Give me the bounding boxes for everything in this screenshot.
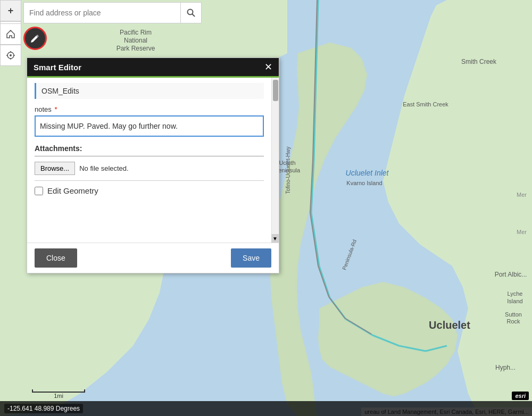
svg-text:East Smith Creek: East Smith Creek: [403, 101, 448, 107]
svg-point-44: [10, 54, 12, 56]
side-nav: [0, 23, 21, 66]
notes-field: notes *: [35, 105, 264, 137]
divider: [35, 180, 264, 181]
svg-text:Ucluelet: Ucluelet: [429, 319, 470, 331]
svg-text:Island: Island: [507, 298, 522, 304]
svg-text:Mer: Mer: [517, 192, 527, 198]
editor-body: OSM_Edits notes * Attachments: Browse...…: [27, 78, 279, 243]
locate-button[interactable]: [0, 45, 21, 66]
scale-label: 1mi: [54, 393, 63, 399]
edit-geometry-checkbox[interactable]: [35, 187, 43, 195]
svg-text:Kvarno Island: Kvarno Island: [346, 180, 382, 186]
editor-content: OSM_Edits notes * Attachments: Browse...…: [27, 78, 271, 243]
svg-text:Hyph...: Hyph...: [495, 364, 516, 371]
svg-text:Ucluth: Ucluth: [279, 160, 295, 166]
required-indicator: *: [54, 105, 57, 113]
smart-editor-panel: Smart Editor ✕ OSM_Edits notes * Attachm…: [27, 57, 279, 273]
svg-text:Rock: Rock: [506, 318, 520, 325]
svg-text:Pacific Rim: Pacific Rim: [120, 29, 152, 36]
coordinates: -125.641 48.989 Degrees: [4, 404, 83, 413]
attachments-title: Attachments:: [35, 144, 264, 156]
svg-text:Smith Creek: Smith Creek: [461, 58, 497, 65]
editor-header: Smart Editor ✕: [27, 58, 279, 78]
search-button[interactable]: [180, 2, 202, 23]
svg-text:Lyche: Lyche: [508, 290, 523, 297]
zoom-in-button[interactable]: +: [0, 0, 21, 21]
svg-text:Sutton: Sutton: [505, 311, 522, 318]
svg-line-42: [193, 14, 195, 16]
esri-logo: esri: [512, 392, 529, 400]
notes-input[interactable]: [35, 115, 264, 137]
editor-footer: Close Save: [27, 243, 279, 273]
notes-label: notes *: [35, 105, 264, 113]
editor-scrollbar[interactable]: ▼: [271, 78, 279, 243]
editor-close-button[interactable]: ✕: [264, 62, 272, 72]
edit-pencil-button[interactable]: [23, 27, 47, 50]
svg-text:Mer: Mer: [517, 229, 527, 235]
editor-title: Smart Editor: [34, 63, 81, 72]
svg-text:Port Albic...: Port Albic...: [495, 271, 527, 278]
svg-text:Park Reserve: Park Reserve: [117, 45, 155, 52]
edit-geometry-row: Edit Geometry: [35, 186, 264, 195]
file-row: Browse... No file selected.: [35, 162, 264, 175]
layer-name: OSM_Edits: [41, 87, 79, 95]
scroll-down-button[interactable]: ▼: [271, 234, 279, 243]
layer-section: OSM_Edits: [35, 83, 264, 99]
bottom-bar: -125.641 48.989 Degrees: [0, 401, 532, 416]
file-name: No file selected.: [79, 164, 129, 172]
scrollbar-thumb: [273, 80, 278, 101]
svg-text:National: National: [124, 37, 147, 44]
search-bar: [23, 2, 202, 23]
edit-geometry-label[interactable]: Edit Geometry: [47, 186, 98, 195]
save-button[interactable]: Save: [231, 248, 271, 268]
browse-button[interactable]: Browse...: [35, 162, 75, 175]
close-button[interactable]: Close: [35, 248, 77, 268]
scale-bar: 1mi: [32, 389, 85, 399]
svg-text:Ucluelet Inlet: Ucluelet Inlet: [346, 169, 389, 177]
edit-button-wrapper: [23, 27, 47, 50]
search-input[interactable]: [23, 2, 180, 23]
attachments-section: Attachments: Browse... No file selected.: [35, 144, 264, 181]
home-button[interactable]: [0, 23, 21, 45]
